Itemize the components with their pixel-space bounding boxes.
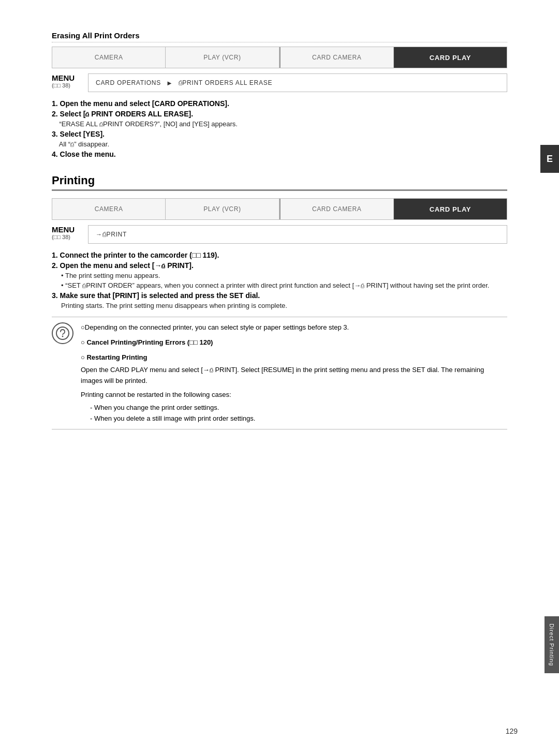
tab-bar-1: CAMERA PLAY (VCR) CARD CAMERA CARD PLAY (52, 47, 507, 68)
page-number: 129 (506, 727, 518, 735)
restarting-printing-heading: ○ Restarting Printing (81, 352, 507, 363)
cannot-restart-list: When you change the print order settings… (90, 403, 507, 424)
step-4-1: 4. Close the menu. (52, 150, 507, 158)
section-title-erasing: Erasing All Print Orders (52, 31, 507, 40)
steps-section-2: 1. Connect the printer to the camcorder … (52, 251, 507, 309)
cannot-restart-item-1: When you change the print order settings… (90, 403, 507, 413)
menu-arrow-1: ► (166, 79, 173, 87)
menu-content-2: →⎙PRINT (96, 231, 127, 238)
tab-play-vcr-2[interactable]: PLAY (VCR) (166, 199, 279, 219)
tab-card-play-1[interactable]: CARD PLAY (394, 47, 507, 68)
menu-content2-1: ⎙PRINT ORDERS ALL ERASE (179, 79, 273, 86)
step-3-sub-2: Printing starts. The print setting menu … (61, 302, 507, 309)
menu-content-1: CARD OPERATIONS (96, 79, 161, 86)
restart-text: Open the CARD PLAY menu and select [→⎙ P… (81, 365, 507, 387)
step-bullet-1: The print setting menu appears. (61, 272, 507, 279)
cannot-restart-text: Printing cannot be restarted in the foll… (81, 390, 507, 401)
menu-bar-2: MENU (□□ 38) →⎙PRINT (52, 225, 507, 244)
divider-dotted (52, 42, 507, 42)
step-2-2: 2. Open the menu and select [→⎙ PRINT]. (52, 261, 507, 270)
sidebar-e-tag: E (540, 145, 559, 173)
section-printing: Printing CAMERA PLAY (VCR) CARD CAMERA C… (52, 174, 507, 429)
menu-ref-1: (□□ 38) (52, 82, 70, 88)
tab-camera-1[interactable]: CAMERA (52, 47, 166, 68)
menu-label-2: MENU (52, 225, 75, 234)
note-box: ○Depending on the connected printer, you… (52, 317, 507, 429)
tab-bar-2: CAMERA PLAY (VCR) CARD CAMERA CARD PLAY (52, 198, 507, 220)
step-1-2: 1. Connect the printer to the camcorder … (52, 251, 507, 259)
menu-bar-1: MENU (□□ 38) CARD OPERATIONS ► ⎙PRINT OR… (52, 73, 507, 92)
tab-play-vcr-1[interactable]: PLAY (VCR) (166, 47, 279, 68)
step-bullet-2: “SET ⎙PRINT ORDER” appears, when you con… (61, 281, 507, 289)
section-erasing: Erasing All Print Orders CAMERA PLAY (VC… (52, 31, 507, 158)
step-2-1: 2. Select [⎙ PRINT ORDERS ALL ERASE]. (52, 110, 507, 118)
note-icon (52, 322, 73, 344)
menu-label-block-1: MENU (□□ 38) (52, 73, 83, 88)
note-content: ○Depending on the connected printer, you… (81, 322, 507, 424)
tab-card-camera-1[interactable]: CARD CAMERA (281, 47, 394, 68)
tab-camera-2[interactable]: CAMERA (52, 199, 166, 219)
menu-content-box-2: →⎙PRINT (88, 225, 507, 244)
menu-label-block-2: MENU (□□ 38) (52, 225, 83, 240)
svg-point-1 (62, 336, 64, 337)
tab-card-camera-2[interactable]: CARD CAMERA (281, 199, 394, 219)
cancel-printing-heading: ○ Cancel Printing/Printing Errors (□□ 12… (81, 337, 507, 348)
steps-section-1: 1. Open the menu and select [CARD OPERAT… (52, 99, 507, 158)
sidebar-direct-printing: Direct Printing (545, 616, 559, 673)
step-1-1: 1. Open the menu and select [CARD OPERAT… (52, 99, 507, 108)
step-3-1: 3. Select [YES]. (52, 130, 507, 138)
svg-point-0 (56, 327, 69, 339)
step-2-sub-1: “ERASE ALL ⎙PRINT ORDERS?”, [NO] and [YE… (52, 120, 507, 128)
tab-card-play-2[interactable]: CARD PLAY (394, 199, 507, 219)
menu-content-box-1: CARD OPERATIONS ► ⎙PRINT ORDERS ALL ERAS… (88, 73, 507, 92)
menu-ref-2: (□□ 38) (52, 234, 70, 240)
note-text: ○Depending on the connected printer, you… (81, 322, 507, 333)
printing-heading: Printing (52, 174, 507, 191)
step-3-2: 3. Make sure that [PRINT] is selected an… (52, 291, 507, 300)
cannot-restart-item-2: When you delete a still image with print… (90, 413, 507, 424)
step-3-sub-1: All “⎙” disappear. (52, 140, 507, 148)
menu-label-1: MENU (52, 73, 75, 82)
